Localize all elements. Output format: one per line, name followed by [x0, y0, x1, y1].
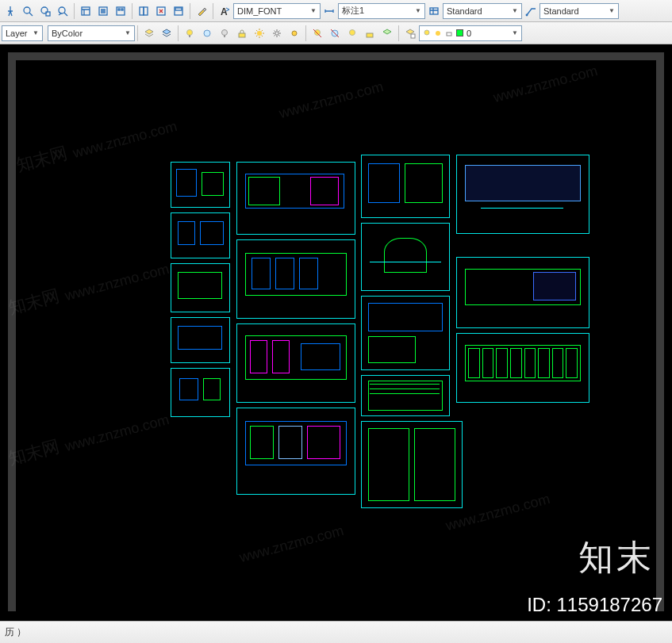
- watermark-cn: 知末网: [6, 284, 63, 320]
- properties-icon[interactable]: [77, 2, 94, 20]
- zoom-extents-icon[interactable]: [19, 2, 36, 20]
- cad-sheet[interactable]: [236, 408, 355, 495]
- chevron-down-icon: ▼: [33, 29, 39, 36]
- cad-sheet[interactable]: [236, 162, 355, 235]
- sun-mini-icon: [434, 29, 442, 37]
- toolbar-row-2: Layer ▼ ByColor ▼ 0 ▼: [0, 22, 672, 44]
- svg-rect-21: [224, 35, 225, 37]
- cad-sheet[interactable]: [171, 263, 230, 312]
- table-style-select[interactable]: Standard ▼: [443, 3, 522, 19]
- tool-palette-icon[interactable]: [112, 2, 129, 20]
- svg-point-23: [257, 31, 262, 36]
- watermark-cn: 知末网: [13, 141, 71, 178]
- cad-sheet[interactable]: [361, 296, 450, 370]
- sheet-set-icon[interactable]: [94, 2, 112, 20]
- paintbrush-icon[interactable]: [193, 2, 210, 20]
- chevron-down-icon: ▼: [310, 7, 317, 14]
- svg-point-32: [436, 31, 440, 36]
- cad-sheet[interactable]: [361, 421, 463, 508]
- layer-lock2-icon[interactable]: [361, 25, 378, 42]
- svg-rect-29: [367, 33, 373, 37]
- layer-props-icon[interactable]: [401, 25, 419, 42]
- zoom-previous-icon[interactable]: [54, 2, 71, 20]
- watermark-en: www.znzmo.com: [238, 522, 346, 566]
- svg-rect-13: [175, 8, 182, 10]
- layer-freeze2-icon[interactable]: [326, 25, 344, 42]
- svg-rect-22: [239, 33, 245, 37]
- svg-point-20: [222, 29, 228, 35]
- watermark-cn: 知末网: [6, 434, 63, 471]
- cad-sheet[interactable]: [236, 239, 355, 319]
- cad-sheet[interactable]: [171, 212, 230, 258]
- svg-rect-10: [144, 7, 148, 15]
- cad-sheet[interactable]: [361, 223, 450, 291]
- layer-off-icon[interactable]: [309, 25, 326, 42]
- toolbar-row-1: A DIM_FONT ▼ 标注1 ▼ Standard ▼ Standard ▼: [0, 0, 672, 22]
- dim-style-icon[interactable]: [321, 2, 338, 20]
- design-center-icon[interactable]: [135, 2, 152, 20]
- markup-icon[interactable]: [152, 2, 170, 20]
- layer-select[interactable]: Layer ▼: [2, 25, 43, 41]
- text-style-select[interactable]: DIM_FONT ▼: [233, 3, 321, 19]
- watermark-en: www.znzmo.com: [492, 63, 600, 106]
- bulb-mini-icon: [423, 29, 431, 37]
- table-style-value: Standard: [447, 6, 482, 16]
- cad-sheet[interactable]: [456, 257, 589, 328]
- layer-states-icon[interactable]: [158, 25, 175, 42]
- status-bar: 历 ）: [0, 621, 672, 643]
- bulb-on-icon[interactable]: [181, 25, 198, 42]
- lock-icon[interactable]: [233, 25, 251, 42]
- cad-sheet[interactable]: [361, 375, 450, 416]
- gear-sun-icon[interactable]: [286, 25, 303, 42]
- image-id-label: ID: 1159187267: [527, 594, 662, 616]
- drawing-canvas[interactable]: 知末网 www.znzmo.com www.znzmo.com www.znzm…: [0, 44, 672, 619]
- svg-point-26: [315, 29, 321, 35]
- watermark-en: www.znzmo.com: [71, 118, 179, 162]
- watermark-en: www.znzmo.com: [278, 78, 386, 122]
- svg-rect-15: [430, 8, 438, 14]
- svg-rect-33: [447, 33, 451, 36]
- cad-sheet[interactable]: [361, 155, 450, 218]
- mleader-style-icon[interactable]: [522, 2, 540, 20]
- watermark-en: www.znzmo.com: [63, 261, 171, 304]
- layer-color-swatch: [456, 29, 463, 36]
- chevron-down-icon: ▼: [512, 7, 518, 14]
- layer-select-label: Layer: [6, 29, 28, 38]
- svg-point-0: [24, 7, 30, 13]
- freeze-icon[interactable]: [198, 25, 216, 42]
- bulb-off-icon[interactable]: [216, 25, 233, 42]
- mleader-style-value: Standard: [543, 6, 579, 16]
- tool-pin-icon[interactable]: [2, 2, 19, 20]
- gear-icon[interactable]: [268, 25, 286, 42]
- table-style-icon[interactable]: [425, 2, 443, 20]
- text-style-value: DIM_FONT: [237, 6, 282, 16]
- quickcalc-icon[interactable]: [170, 2, 187, 20]
- svg-rect-8: [121, 9, 123, 10]
- drawing-viewport[interactable]: 知末网 www.znzmo.com www.znzmo.com www.znzm…: [0, 44, 672, 619]
- svg-rect-30: [411, 34, 415, 38]
- text-style-A-icon[interactable]: A: [216, 2, 233, 20]
- sun-icon[interactable]: [251, 25, 268, 42]
- current-layer-select[interactable]: 0 ▼: [419, 25, 522, 41]
- mleader-style-select[interactable]: Standard ▼: [540, 3, 619, 19]
- lock-mini-icon: [445, 29, 453, 37]
- cad-sheet[interactable]: [456, 333, 589, 403]
- chevron-down-icon: ▼: [609, 7, 615, 14]
- layer-manager-icon[interactable]: [140, 25, 158, 42]
- dim-style-value: 标注1: [342, 5, 364, 17]
- cad-sheet[interactable]: [171, 368, 230, 417]
- svg-point-25: [292, 31, 297, 36]
- cad-sheet[interactable]: [171, 162, 230, 208]
- svg-rect-9: [140, 7, 144, 15]
- layer-match-icon[interactable]: [378, 25, 396, 42]
- color-select-label: ByColor: [52, 29, 83, 38]
- brand-watermark: 知末: [578, 534, 655, 581]
- cad-sheet[interactable]: [171, 317, 230, 363]
- zoom-window-icon[interactable]: [36, 2, 54, 20]
- dim-style-select[interactable]: 标注1 ▼: [338, 3, 425, 19]
- cad-sheet[interactable]: [236, 323, 355, 403]
- chevron-down-icon: ▼: [415, 7, 421, 14]
- cad-sheet[interactable]: [456, 155, 589, 234]
- layer-bulb2-icon[interactable]: [344, 25, 361, 42]
- color-select[interactable]: ByColor ▼: [48, 25, 135, 41]
